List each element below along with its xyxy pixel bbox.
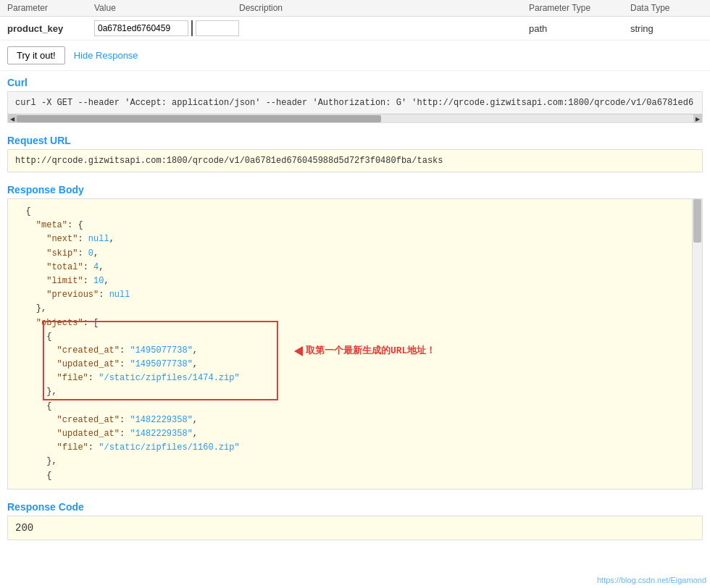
- json-line-13: },: [15, 385, 695, 399]
- curl-command: curl -X GET --header 'Accept: applicatio…: [8, 92, 702, 114]
- json-line-19: {: [15, 469, 695, 483]
- json-line-2: "next": null,: [15, 232, 695, 246]
- curl-scrollbar[interactable]: ◀ ▶: [8, 114, 702, 122]
- curl-box: curl -X GET --header 'Accept: applicatio…: [7, 91, 703, 123]
- json-line-15: "created_at": "1482229358",: [15, 413, 695, 427]
- json-line-3: "skip": 0,: [15, 247, 695, 261]
- page-container: Parameter Value Description Parameter Ty…: [0, 0, 710, 588]
- try-section: Try it out! Hide Response: [0, 41, 710, 71]
- masked-value: [191, 20, 193, 36]
- param-data-type-cell: string: [630, 23, 703, 34]
- request-url-box: http://qrcode.gizwitsapi.com:1800/qrcode…: [7, 149, 703, 172]
- watermark: https://blog.csdn.net/Eigamond: [597, 576, 706, 584]
- json-line-0: {: [15, 205, 695, 219]
- col-data-type: Data Type: [630, 3, 703, 13]
- try-it-out-button[interactable]: Try it out!: [7, 46, 65, 64]
- json-line-1: "meta": {: [15, 219, 695, 232]
- col-param-type: Parameter Type: [529, 3, 630, 13]
- param-value-input[interactable]: [94, 20, 188, 36]
- request-url-value: http://qrcode.gizwitsapi.com:1800/qrcode…: [15, 156, 443, 166]
- param-type-cell: path: [529, 23, 630, 34]
- param-table-row: product_key path string: [0, 17, 710, 41]
- json-line-10: "created_at": "1495077738",: [15, 344, 695, 358]
- col-value: Value: [94, 3, 239, 13]
- param-name-cell: product_key: [7, 23, 94, 34]
- scroll-right-arrow[interactable]: ▶: [693, 114, 702, 123]
- scroll-left-arrow[interactable]: ◀: [8, 114, 17, 123]
- json-line-9: {: [15, 330, 695, 344]
- json-line-17: "file": "/static/zipfiles/1160.zip": [15, 441, 695, 455]
- hide-response-link[interactable]: Hide Response: [74, 50, 138, 61]
- json-line-5: "limit": 10,: [15, 274, 695, 288]
- response-code-box: 200: [7, 516, 703, 540]
- json-line-6: "previous": null: [15, 288, 695, 302]
- curl-label: Curl: [0, 71, 710, 91]
- json-line-7: },: [15, 302, 695, 316]
- response-body-label: Response Body: [0, 178, 710, 198]
- v-scrollbar-thumb[interactable]: [693, 199, 701, 243]
- scroll-thumb[interactable]: [17, 115, 381, 122]
- col-description: Description: [239, 3, 529, 13]
- json-line-4: "total": 4,: [15, 261, 695, 274]
- response-body-wrapper: { "meta": { "next": null, "skip": 0, "to…: [7, 198, 703, 490]
- response-code-label: Response Code: [0, 495, 710, 516]
- json-line-12: "file": "/static/zipfiles/1474.zip": [15, 371, 695, 385]
- json-line-8: "objects": [: [15, 316, 695, 330]
- param-extra-input[interactable]: [196, 20, 239, 36]
- response-body-content: { "meta": { "next": null, "skip": 0, "to…: [8, 199, 702, 489]
- response-code-value: 200: [15, 522, 33, 534]
- request-url-label: Request URL: [0, 129, 710, 149]
- json-line-18: },: [15, 455, 695, 469]
- param-value-cell: [94, 20, 239, 36]
- response-body-scrollbar[interactable]: [692, 199, 702, 489]
- param-table-header: Parameter Value Description Parameter Ty…: [0, 0, 710, 17]
- json-line-14: {: [15, 400, 695, 413]
- json-line-16: "updated_at": "1482229358",: [15, 427, 695, 441]
- col-parameter: Parameter: [7, 3, 94, 13]
- json-line-11: "updated_at": "1495077738",: [15, 358, 695, 371]
